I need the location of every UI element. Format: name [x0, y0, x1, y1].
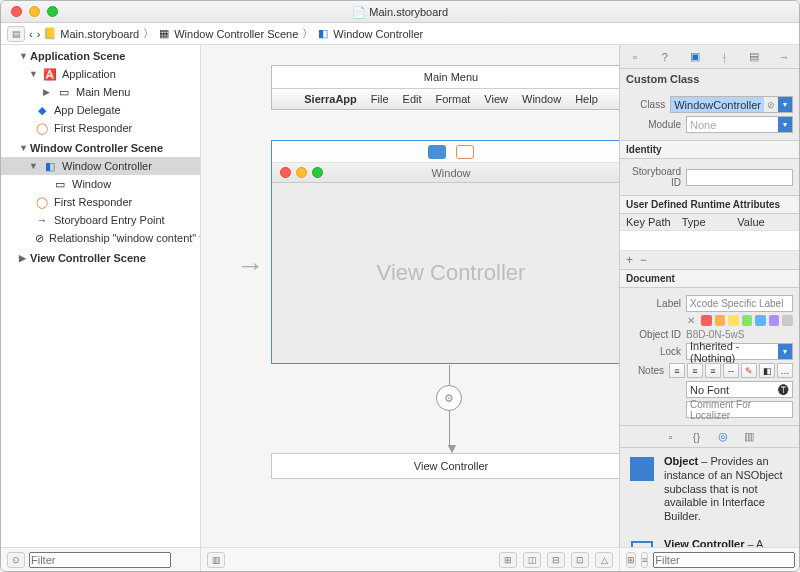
window-controller-scene[interactable]: Window View Controller	[271, 140, 619, 364]
window-controller-icon[interactable]	[428, 145, 446, 159]
strikethrough-icon[interactable]: ✎	[741, 363, 757, 378]
attributes-inspector-tab[interactable]: ⟊	[716, 49, 732, 65]
disclosure-triangle-icon[interactable]: ▼	[29, 69, 38, 79]
library-item[interactable]: View Controller – A controller that mana…	[620, 531, 799, 547]
breadcrumb-item[interactable]: Main.storyboard	[60, 28, 139, 40]
help-inspector-tab[interactable]: ?	[657, 49, 673, 65]
library-item[interactable]: Object – Provides an instance of an NSOb…	[620, 448, 799, 531]
identity-inspector-tab[interactable]: ▣	[687, 49, 703, 65]
disclosure-triangle-icon[interactable]: ▼	[29, 161, 38, 171]
clear-icon[interactable]: ⊘	[764, 97, 778, 112]
chevron-down-icon[interactable]: ▾	[778, 117, 792, 132]
inspector-pane: ▫ ? ▣ ⟊ ▤ → Custom Class Class WindowCon…	[619, 45, 799, 547]
entry-point-arrow-icon[interactable]: →	[236, 250, 264, 282]
disclosure-triangle-icon[interactable]: ▶	[19, 253, 28, 263]
attributes-table-body[interactable]	[620, 231, 799, 251]
storyboard-canvas[interactable]: Main Menu SierraApp File Edit Format Vie…	[201, 45, 619, 547]
more-icon[interactable]: …	[777, 363, 793, 378]
color-swatch[interactable]	[715, 315, 726, 326]
forward-button[interactable]: ›	[37, 28, 41, 40]
code-snippet-tab[interactable]: {}	[689, 429, 705, 445]
align-icon[interactable]: ⊟	[547, 552, 565, 568]
menu-item[interactable]: SierraApp	[304, 93, 357, 105]
minimize-icon[interactable]	[29, 6, 40, 17]
embed-in-icon[interactable]: ◫	[523, 552, 541, 568]
menu-item[interactable]: Window	[522, 93, 561, 105]
toggle-outline-button[interactable]: ▥	[207, 552, 225, 568]
class-combobox[interactable]: WindowController ⊘ ▾	[670, 96, 793, 113]
segment-icon[interactable]: --	[723, 363, 739, 378]
layout-mode-icon[interactable]: ⊞	[499, 552, 517, 568]
list-view-icon[interactable]: ≡	[641, 552, 648, 568]
outline-filter-input[interactable]	[29, 552, 171, 568]
outline-filter-icon[interactable]: ⊙	[7, 552, 25, 568]
storyboard-id-field[interactable]	[686, 169, 793, 186]
scene-header[interactable]: ▶ View Controller Scene	[1, 247, 200, 267]
zoom-icon[interactable]	[47, 6, 58, 17]
outline-item[interactable]: ⊘ Relationship "window content" to ...	[1, 229, 200, 247]
chevron-down-icon[interactable]: ▾	[778, 97, 792, 112]
outline-item[interactable]: ◯ First Responder	[1, 193, 200, 211]
clear-color-icon[interactable]: ✕	[687, 315, 695, 326]
breadcrumb-item[interactable]: Window Controller	[333, 28, 423, 40]
breadcrumb-item[interactable]: Window Controller Scene	[174, 28, 298, 40]
menu-item[interactable]: View	[484, 93, 508, 105]
menu-item[interactable]: File	[371, 93, 389, 105]
color-swatch[interactable]	[728, 315, 739, 326]
lock-select[interactable]: Inherited - (Nothing) ▾	[686, 343, 793, 360]
add-remove-buttons[interactable]: + −	[620, 251, 799, 269]
outline-item-selected[interactable]: ▼ ◧ Window Controller	[1, 157, 200, 175]
grid-view-icon[interactable]: ⊞	[626, 552, 636, 568]
color-swatch[interactable]	[701, 315, 712, 326]
storyboard-icon: 📒	[44, 28, 56, 40]
outline-item[interactable]: ▼ 🅰️ Application	[1, 65, 200, 83]
menu-item[interactable]: Edit	[403, 93, 422, 105]
disclosure-triangle-icon[interactable]: ▼	[19, 51, 28, 61]
font-field[interactable]: No Font🅣	[686, 381, 793, 398]
content-view-placeholder[interactable]: View Controller	[272, 183, 619, 363]
main-menu-scene[interactable]: Main Menu SierraApp File Edit Format Vie…	[271, 65, 619, 110]
outline-item[interactable]: ◯ First Responder	[1, 119, 200, 137]
font-picker-icon[interactable]: 🅣	[778, 384, 789, 396]
outline-item[interactable]: ▶ ▭ Main Menu	[1, 83, 200, 101]
outline-item[interactable]: ◆ App Delegate	[1, 101, 200, 119]
first-responder-icon: ◯	[35, 195, 49, 209]
color-swatch[interactable]	[782, 315, 793, 326]
first-responder-icon[interactable]	[456, 145, 474, 159]
menu-item[interactable]: Format	[436, 93, 471, 105]
resolve-issues-icon[interactable]: △	[595, 552, 613, 568]
menu-bar[interactable]: SierraApp File Edit Format View Window H…	[272, 89, 619, 109]
disclosure-triangle-icon[interactable]: ▶	[43, 87, 52, 97]
pin-icon[interactable]: ⊡	[571, 552, 589, 568]
object-library-tab[interactable]: ◎	[715, 429, 731, 445]
media-library-tab[interactable]: ▥	[741, 429, 757, 445]
color-swatch[interactable]	[769, 315, 780, 326]
scene-header[interactable]: ▼ Window Controller Scene	[1, 137, 200, 157]
disclosure-triangle-icon[interactable]: ▼	[19, 143, 28, 153]
library-filter-input[interactable]	[653, 552, 795, 568]
chevron-down-icon[interactable]: ▾	[778, 344, 792, 359]
align-center-icon[interactable]: ≡	[687, 363, 703, 378]
file-inspector-tab[interactable]: ▫	[627, 49, 643, 65]
scene-dock	[272, 141, 619, 163]
document-label-field[interactable]: Xcode Specific Label	[686, 295, 793, 312]
color-swatch[interactable]	[742, 315, 753, 326]
color-icon[interactable]: ◧	[759, 363, 775, 378]
menu-item[interactable]: Help	[575, 93, 598, 105]
file-template-tab[interactable]: ▫	[663, 429, 679, 445]
back-button[interactable]: ‹	[29, 28, 33, 40]
view-controller-scene[interactable]: View Controller	[271, 453, 619, 479]
align-left-icon[interactable]: ≡	[669, 363, 685, 378]
module-combobox[interactable]: None ▾	[686, 116, 793, 133]
size-inspector-tab[interactable]: ▤	[746, 49, 762, 65]
segue-icon[interactable]: ⚙	[436, 385, 462, 411]
localizer-comment-field[interactable]: Comment For Localizer	[686, 401, 793, 418]
connections-inspector-tab[interactable]: →	[776, 49, 792, 65]
scene-header[interactable]: ▼ Application Scene	[1, 45, 200, 65]
close-icon[interactable]	[11, 6, 22, 17]
outline-item[interactable]: ▭ Window	[1, 175, 200, 193]
align-right-icon[interactable]: ≡	[705, 363, 721, 378]
toggle-related-items-icon[interactable]: ▤	[7, 26, 25, 42]
color-swatch[interactable]	[755, 315, 766, 326]
outline-item[interactable]: → Storyboard Entry Point	[1, 211, 200, 229]
